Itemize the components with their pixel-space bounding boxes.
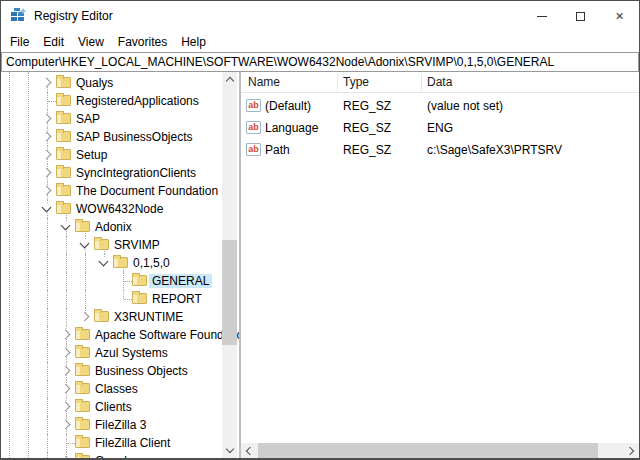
- maximize-button[interactable]: [561, 1, 600, 31]
- scroll-right-button[interactable]: [624, 443, 639, 458]
- chevron-right-icon[interactable]: [80, 312, 90, 322]
- scroll-up-button[interactable]: [222, 72, 237, 87]
- chevron-right-icon[interactable]: [61, 420, 71, 430]
- chevron-right-icon[interactable]: [42, 132, 52, 142]
- column-header-type[interactable]: Type: [343, 75, 369, 89]
- tree-item[interactable]: FileZilla 3: [1, 416, 221, 434]
- tree-item[interactable]: Setup: [1, 146, 221, 164]
- chevron-right-icon[interactable]: [61, 330, 71, 340]
- tree-item[interactable]: SAP BusinessObjects: [1, 128, 221, 146]
- tree-item-label[interactable]: Classes: [92, 382, 141, 396]
- tree-item-label[interactable]: X3RUNTIME: [111, 310, 186, 324]
- tree-item[interactable]: SyncIntegrationClients: [1, 164, 221, 182]
- chevron-right-icon[interactable]: [42, 114, 52, 124]
- column-header-name[interactable]: Name: [248, 75, 280, 89]
- chevron-right-icon[interactable]: [42, 78, 52, 88]
- tree-item-label[interactable]: SRVIMP: [111, 238, 163, 252]
- menu-item-file[interactable]: File: [3, 33, 36, 51]
- tree-vertical-scrollbar[interactable]: [222, 72, 237, 458]
- tree-item[interactable]: Google: [1, 452, 221, 458]
- tree-item-label[interactable]: Clients: [92, 400, 135, 414]
- tree-item-label[interactable]: WOW6432Node: [73, 202, 166, 216]
- chevron-right-icon[interactable]: [61, 456, 71, 458]
- chevron-right-icon[interactable]: [61, 384, 71, 394]
- value-row[interactable]: ab(Default)REG_SZ(value not set): [241, 95, 639, 117]
- folder-icon: [75, 329, 90, 340]
- tree-item-label[interactable]: Setup: [73, 148, 110, 162]
- folder-icon: [113, 257, 128, 268]
- tree-item-label[interactable]: REPORT: [149, 292, 205, 306]
- chevron-right-icon[interactable]: [61, 402, 71, 412]
- tree-item[interactable]: SRVIMP: [1, 236, 221, 254]
- tree-item-label[interactable]: The Document Foundation: [73, 184, 221, 198]
- scroll-left-button[interactable]: [241, 443, 256, 458]
- column-separator[interactable]: [421, 74, 422, 91]
- close-button[interactable]: ×: [600, 1, 639, 31]
- tree-item-label[interactable]: FileZilla Client: [92, 436, 173, 450]
- value-row[interactable]: abPathREG_SZc:\Sage\SafeX3\PRTSRV: [241, 139, 639, 161]
- tree-item-label[interactable]: RegisteredApplications: [73, 94, 202, 108]
- tree-item-label[interactable]: SAP BusinessObjects: [73, 130, 196, 144]
- chevron-right-icon[interactable]: [61, 348, 71, 358]
- value-data: (value not set): [427, 99, 503, 113]
- chevron-right-icon[interactable]: [42, 186, 52, 196]
- value-row[interactable]: abLanguageREG_SZENG: [241, 117, 639, 139]
- chevron-down-icon[interactable]: [42, 203, 52, 213]
- tree-item-label[interactable]: Qualys: [73, 76, 116, 90]
- tree-item[interactable]: Azul Systems: [1, 344, 221, 362]
- menu-item-edit[interactable]: Edit: [36, 33, 71, 51]
- tree-item-label[interactable]: SAP: [73, 112, 103, 126]
- tree-item[interactable]: WOW6432Node: [1, 200, 221, 218]
- tree-item-label[interactable]: GENERAL: [149, 274, 212, 288]
- tree-item-label[interactable]: Azul Systems: [92, 346, 171, 360]
- tree-guide-line: [85, 254, 86, 272]
- list-header: Name Type Data: [241, 72, 639, 93]
- menu-item-favorites[interactable]: Favorites: [111, 33, 174, 51]
- tree-item-label[interactable]: FileZilla 3: [92, 418, 149, 432]
- tree-item[interactable]: Classes: [1, 380, 221, 398]
- chevron-down-icon[interactable]: [99, 257, 109, 267]
- minimize-icon: [537, 16, 547, 17]
- tree-item[interactable]: X3RUNTIME: [1, 308, 221, 326]
- tree-item[interactable]: The Document Foundation: [1, 182, 221, 200]
- tree-item-label[interactable]: 0,1,5,0: [130, 256, 173, 270]
- tree-item[interactable]: 0,1,5,0: [1, 254, 221, 272]
- minimize-button[interactable]: [522, 1, 561, 31]
- tree-item[interactable]: RegisteredApplications: [1, 92, 221, 110]
- main-area: QualysRegisteredApplicationsSAPSAP Busin…: [1, 72, 639, 458]
- tree-item[interactable]: FileZilla Client: [1, 434, 221, 452]
- column-header-data[interactable]: Data: [427, 75, 452, 89]
- tree-item-label[interactable]: Adonix: [92, 220, 135, 234]
- chevron-right-icon[interactable]: [42, 168, 52, 178]
- tree-item[interactable]: Business Objects: [1, 362, 221, 380]
- string-value-icon: ab: [246, 121, 261, 134]
- string-value-icon: ab: [246, 99, 261, 112]
- tree-item[interactable]: Clients: [1, 398, 221, 416]
- column-separator[interactable]: [337, 74, 338, 91]
- chevron-down-icon[interactable]: [80, 239, 90, 249]
- menu-item-help[interactable]: Help: [174, 33, 213, 51]
- tree-item[interactable]: Apache Software Foundation: [1, 326, 221, 344]
- scroll-down-button[interactable]: [222, 443, 237, 458]
- tree-item-label[interactable]: Business Objects: [92, 364, 191, 378]
- address-bar[interactable]: Computer\HKEY_LOCAL_MACHINE\SOFTWARE\WOW…: [1, 52, 639, 72]
- tree-item-label[interactable]: SyncIntegrationClients: [73, 166, 199, 180]
- tree-item[interactable]: SAP: [1, 110, 221, 128]
- value-name: Path: [265, 143, 290, 157]
- folder-icon: [75, 221, 90, 232]
- tree-item-label[interactable]: Apache Software Foundation: [92, 328, 239, 342]
- tree-item-label[interactable]: Google: [92, 454, 137, 458]
- tree-item[interactable]: REPORT: [1, 290, 221, 308]
- list-scrollbar-thumb[interactable]: [258, 443, 598, 458]
- tree-item[interactable]: Adonix: [1, 218, 221, 236]
- tree-guide-line: [47, 380, 48, 398]
- chevron-right-icon[interactable]: [42, 150, 52, 160]
- values-pane: Name Type Data ab(Default)REG_SZ(value n…: [241, 72, 639, 458]
- chevron-down-icon[interactable]: [61, 221, 71, 231]
- tree-item[interactable]: GENERAL: [1, 272, 221, 290]
- list-horizontal-scrollbar[interactable]: [241, 443, 639, 458]
- menu-item-view[interactable]: View: [71, 33, 111, 51]
- chevron-right-icon[interactable]: [61, 366, 71, 376]
- tree-scrollbar-thumb[interactable]: [222, 240, 237, 345]
- tree-item[interactable]: Qualys: [1, 74, 221, 92]
